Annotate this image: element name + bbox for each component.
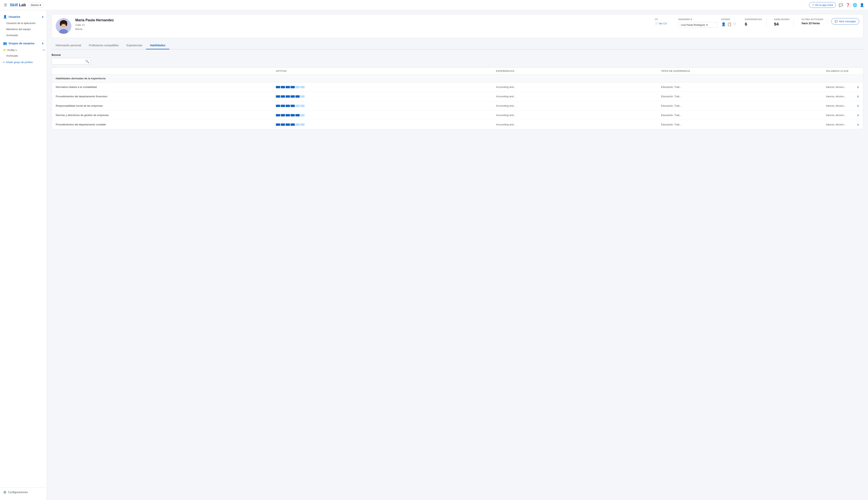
estado-section: ESTADO 👤 📋 ♡ — [721, 18, 737, 26]
asignado-label: ASIGNADO A — [678, 18, 717, 21]
message-section: 💬 Abrir mensajes — [831, 18, 859, 25]
bar — [300, 114, 304, 116]
estado-icons: 👤 📋 ♡ — [721, 22, 737, 26]
aptitud-bars — [276, 95, 496, 98]
people-group-icon: 👥 — [3, 42, 7, 45]
tab-info-personal[interactable]: Información personal — [52, 42, 85, 49]
cell-experiencias: Accounting and... — [496, 123, 661, 126]
bar — [276, 95, 280, 98]
chevron-down-icon: ▾ — [40, 3, 41, 7]
table-row: Responsabilidad social de las empresasAc… — [52, 101, 863, 111]
avatar-svg — [56, 18, 71, 34]
cell-palabras: bancos, técnico...∨ — [826, 85, 859, 89]
sidebar: 👤 Usuarios ∧ Usuarios de la aplicación M… — [0, 10, 47, 500]
bar — [276, 105, 280, 107]
skill-name: Responsabilidad social de las empresas — [56, 104, 276, 107]
sidebar-group-usuarios[interactable]: 👤 Usuarios ∧ — [0, 13, 47, 20]
globe-icon[interactable]: 🌐 — [853, 3, 857, 7]
chat-icon[interactable]: 💬 — [839, 3, 843, 7]
user-address: Calle 13 Manta — [75, 23, 651, 31]
demo-selector[interactable]: Demo ▾ — [29, 2, 43, 8]
bar — [300, 86, 304, 88]
bar — [296, 105, 300, 107]
bar — [276, 123, 280, 126]
help-icon[interactable]: ❓ — [846, 3, 850, 7]
expand-row-button[interactable]: ∨ — [857, 94, 859, 98]
tab-habilidades[interactable]: Habilidades — [146, 42, 169, 49]
chevron-up-icon2: ∧ — [42, 42, 44, 45]
search-section: Buscar 🔍 — [52, 53, 863, 65]
sidebar-item-team-members[interactable]: Miembros del equipo — [0, 26, 47, 32]
chevron-up-icon: ∧ — [42, 15, 44, 18]
search-input-wrap: 🔍 — [52, 58, 91, 65]
table-row: Normativa relativa a la contabilidadAcco… — [52, 82, 863, 92]
sidebar-item-app-users[interactable]: Usuarios de la aplicación — [0, 20, 47, 26]
sidebar-item-profile1[interactable]: 📁 Profile 1 ••• — [0, 47, 47, 53]
expand-row-button[interactable]: ∨ — [857, 123, 859, 126]
estado-doc-icon[interactable]: 📋 — [727, 22, 732, 26]
bar — [281, 86, 285, 88]
brand-name-part2: Lab — [19, 3, 26, 7]
table-rows: Normativa relativa a la contabilidadAcco… — [52, 82, 863, 129]
bar — [281, 95, 285, 98]
user-card: Maria Paula Hernandez Calle 13 Manta CV … — [52, 14, 863, 38]
tab-profesiones[interactable]: Profesiones compatibles — [85, 42, 123, 49]
more-options-icon[interactable]: ••• — [42, 49, 45, 52]
asignado-section: ASIGNADO A Lina Paola Rodriguez ▾ — [678, 18, 717, 28]
bar — [290, 86, 295, 88]
cv-section: CV 📄 Ver CV — [655, 18, 675, 25]
search-button[interactable]: 🔍 — [85, 59, 89, 63]
folder-icon: 📁 — [3, 49, 6, 52]
sidebar-item-archived-groups[interactable]: Archivado — [0, 53, 47, 59]
bar — [290, 95, 295, 98]
brand-logo: SkillLab — [10, 3, 26, 7]
sidebar-usuarios-label: Usuarios — [9, 15, 20, 18]
bar — [281, 114, 285, 116]
user-icon[interactable]: 👤 — [860, 3, 864, 7]
bar — [290, 114, 295, 116]
skill-name: Procedimientos del departamento financie… — [56, 95, 276, 98]
bar — [286, 95, 290, 98]
bar — [296, 123, 300, 126]
user-name: Maria Paula Hernandez — [75, 18, 651, 22]
gear-icon: ⚙️ — [3, 491, 7, 494]
config-label: Configuraciones — [8, 491, 28, 494]
asignado-select[interactable]: Lina Paola Rodriguez ▾ — [678, 22, 717, 28]
svg-point-7 — [62, 24, 63, 25]
sidebar-add-group[interactable]: + Añadir grupo de perfiles — [0, 59, 47, 65]
sidebar-item-archived-users[interactable]: Archivado — [0, 32, 47, 38]
cell-tipos: Educación, Trab... — [661, 114, 826, 117]
open-message-button[interactable]: 💬 Abrir mensajes — [831, 18, 859, 25]
expand-row-button[interactable]: ∨ — [857, 85, 859, 89]
expand-row-button[interactable]: ∨ — [857, 104, 859, 107]
hamburger-icon[interactable]: ☰ — [4, 3, 7, 7]
brand-name-part1: Skill — [10, 3, 18, 7]
estado-heart-icon[interactable]: ♡ — [733, 22, 736, 26]
aptitud-bars — [276, 105, 496, 107]
sidebar-bottom: ⚙️ Configuraciones — [0, 487, 47, 497]
estado-label: ESTADO — [721, 18, 737, 21]
tab-experiencias[interactable]: Experiencias — [123, 42, 146, 49]
bar — [290, 123, 295, 126]
estado-user-icon[interactable]: 👤 — [721, 22, 726, 26]
th-skill — [56, 70, 276, 72]
expand-row-button[interactable]: ∨ — [857, 113, 859, 117]
ultima-actividad-stat: ÚLTIMA ACTIVIDAD hace 23 horas — [798, 18, 827, 25]
cell-tipos: Educación, Trab... — [661, 86, 826, 89]
svg-point-8 — [64, 24, 65, 25]
cell-experiencias: Accounting and... — [496, 104, 661, 107]
habilidades-stat: HABILIDADES 94 — [770, 18, 794, 27]
sidebar-group-grupos[interactable]: 👥 Grupos de usuarios ∧ — [0, 40, 47, 47]
cell-experiencias: Accounting and... — [496, 95, 661, 98]
search-icon: 🔍 — [85, 59, 89, 63]
skill-name: Procedimientos del departamento contable — [56, 123, 276, 126]
svg-point-4 — [60, 21, 62, 26]
bar — [296, 114, 300, 116]
aptitud-bars — [276, 123, 496, 126]
sidebar-config[interactable]: ⚙️ Configuraciones — [3, 491, 44, 494]
app-movil-button[interactable]: ↗ Ver la app móvil — [809, 2, 836, 8]
sidebar-top: 👤 Usuarios ∧ Usuarios de la aplicación M… — [0, 13, 47, 66]
topnav-right: ↗ Ver la app móvil 💬 ❓ 🌐 👤 — [809, 2, 864, 8]
search-input[interactable] — [52, 58, 91, 65]
cv-link[interactable]: 📄 Ver CV — [655, 22, 675, 25]
